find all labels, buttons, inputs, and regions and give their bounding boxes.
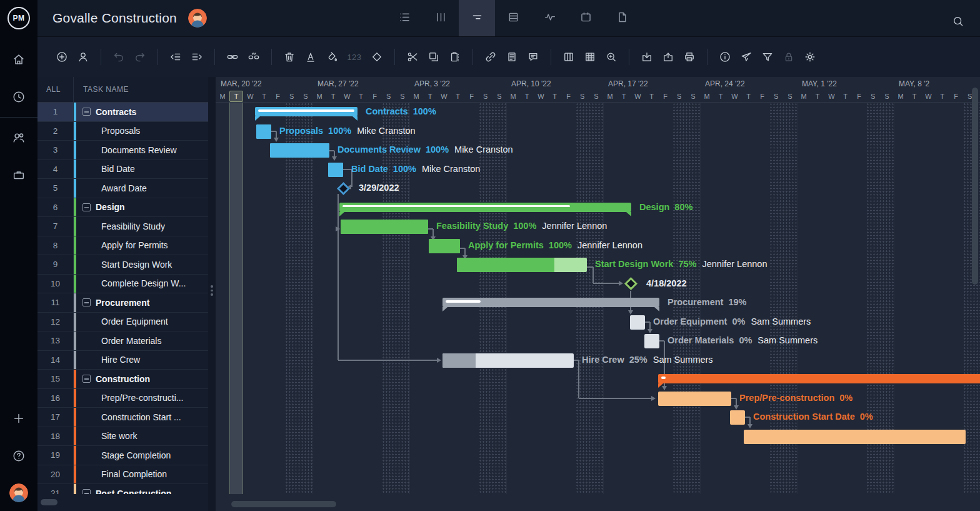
- project-title: Govalle Construction: [52, 11, 177, 26]
- pm-logo[interactable]: PM: [8, 7, 30, 29]
- indent-icon[interactable]: [186, 46, 208, 68]
- link-tasks-icon[interactable]: [222, 46, 243, 68]
- cut-icon[interactable]: [402, 46, 423, 68]
- grid-icon[interactable]: [579, 46, 601, 68]
- lock-icon[interactable]: [778, 46, 799, 68]
- redo-icon[interactable]: [129, 46, 151, 68]
- table-row[interactable]: 2 Proposals: [38, 122, 208, 141]
- project-owner-avatar[interactable]: [188, 9, 207, 28]
- notes-icon[interactable]: [501, 46, 522, 68]
- collapse-icon[interactable]: [82, 489, 91, 494]
- section-color-strip: [74, 331, 76, 350]
- tab-sheet[interactable]: [495, 0, 531, 36]
- table-row[interactable]: 10 Complete Design W...: [38, 275, 208, 294]
- table-row[interactable]: 18 Site work: [38, 427, 208, 447]
- paste-icon[interactable]: [444, 46, 466, 68]
- portfolio-icon[interactable]: [0, 156, 38, 194]
- collapse-icon[interactable]: [82, 375, 91, 383]
- task-bar-orange[interactable]: [744, 430, 966, 444]
- numbers-icon[interactable]: 123: [342, 46, 366, 68]
- outdent-icon[interactable]: [165, 46, 186, 68]
- info-icon[interactable]: [714, 46, 736, 68]
- export-icon[interactable]: [658, 46, 679, 68]
- task-bar-progress: [442, 353, 476, 368]
- task-bar-orange[interactable]: [730, 410, 745, 425]
- table-row[interactable]: 12 Order Equipment: [38, 313, 208, 332]
- copy-icon[interactable]: [423, 46, 444, 68]
- summary-bar-gray[interactable]: [442, 298, 659, 307]
- milestone-icon[interactable]: [366, 46, 388, 68]
- tab-calendar[interactable]: [568, 0, 604, 36]
- zoom-in-icon[interactable]: [601, 46, 622, 68]
- unlink-tasks-icon[interactable]: [243, 46, 264, 68]
- collapse-icon[interactable]: [82, 203, 91, 211]
- tab-board[interactable]: [422, 0, 459, 36]
- task-bar-orange[interactable]: [658, 392, 731, 406]
- task-bar-green[interactable]: [457, 258, 587, 272]
- clock-icon[interactable]: [0, 78, 38, 116]
- table-row[interactable]: 11 Procurement: [38, 293, 208, 313]
- task-bar-blue[interactable]: [270, 143, 329, 158]
- add-task-icon[interactable]: [51, 46, 72, 68]
- columns-icon[interactable]: [558, 46, 579, 68]
- undo-icon[interactable]: [108, 46, 129, 68]
- summary-bar-orange[interactable]: [658, 374, 980, 383]
- task-label: Proposals100%Mike Cranston: [279, 126, 416, 136]
- task-bar-gray[interactable]: [630, 315, 645, 330]
- delete-icon[interactable]: [279, 46, 300, 68]
- comment-icon[interactable]: [522, 46, 544, 68]
- tab-doc[interactable]: [604, 0, 640, 36]
- summary-bar-blue[interactable]: [255, 107, 358, 116]
- task-bar-green[interactable]: [341, 220, 428, 234]
- milestone-diamond[interactable]: [624, 277, 637, 290]
- table-row[interactable]: 20 Final Completion: [38, 465, 208, 485]
- gantt-hscrollbar-thumb[interactable]: [231, 501, 336, 507]
- panel-splitter[interactable]: [208, 77, 216, 511]
- sidebar-user-avatar[interactable]: [9, 483, 28, 502]
- task-label: Construction Start Date0%: [753, 412, 873, 422]
- timeline-day-label: M: [797, 91, 811, 102]
- team-icon[interactable]: [0, 119, 38, 156]
- tab-gantt[interactable]: [459, 0, 495, 36]
- help-icon[interactable]: [0, 437, 38, 475]
- search-icon[interactable]: [948, 11, 969, 32]
- table-row[interactable]: 3 Documents Review: [38, 141, 208, 160]
- import-icon[interactable]: [636, 46, 658, 68]
- table-hscrollbar-thumb[interactable]: [41, 499, 58, 505]
- task-bar-blue[interactable]: [328, 163, 343, 177]
- fill-color-icon[interactable]: [321, 46, 342, 68]
- task-bar-green[interactable]: [429, 239, 460, 253]
- table-row[interactable]: 15 Construction: [38, 370, 208, 389]
- table-row[interactable]: 8 Apply for Permits: [38, 236, 208, 256]
- assign-user-icon[interactable]: [72, 46, 94, 68]
- text-color-icon[interactable]: [300, 46, 321, 68]
- summary-bar-green[interactable]: [339, 203, 631, 212]
- task-bar-gray[interactable]: [644, 334, 659, 348]
- table-row[interactable]: 17 Construction Start ...: [38, 408, 208, 427]
- settings-icon[interactable]: [799, 46, 821, 68]
- collapse-icon[interactable]: [82, 108, 91, 116]
- table-row[interactable]: 14 Hire Crew: [38, 351, 208, 370]
- filter-icon[interactable]: [757, 46, 778, 68]
- task-bar-gray[interactable]: [442, 353, 574, 368]
- table-row[interactable]: 9 Start Design Work: [38, 255, 208, 275]
- table-row[interactable]: 5 Award Date: [38, 179, 208, 198]
- table-row[interactable]: 21 Post Construction: [38, 484, 208, 494]
- table-row[interactable]: 4 Bid Date: [38, 160, 208, 180]
- home-icon[interactable]: [0, 41, 38, 78]
- tab-activity[interactable]: [531, 0, 568, 36]
- table-row[interactable]: 6 Design: [38, 198, 208, 218]
- tab-list[interactable]: [386, 0, 422, 36]
- table-row[interactable]: 16 Prep/Pre-constructi...: [38, 389, 208, 408]
- plus-icon[interactable]: [0, 400, 38, 437]
- table-row[interactable]: 1 Contracts: [38, 103, 208, 122]
- table-row[interactable]: 19 Stage Completion: [38, 446, 208, 465]
- share-icon[interactable]: [736, 46, 757, 68]
- task-bar-blue[interactable]: [256, 124, 271, 139]
- table-row[interactable]: 7 Feasibility Study: [38, 217, 208, 236]
- collapse-icon[interactable]: [82, 298, 91, 306]
- print-icon[interactable]: [679, 46, 700, 68]
- gantt-vscrollbar-thumb[interactable]: [972, 88, 978, 285]
- table-row[interactable]: 13 Order Materials: [38, 331, 208, 351]
- attachment-icon[interactable]: [480, 46, 501, 68]
